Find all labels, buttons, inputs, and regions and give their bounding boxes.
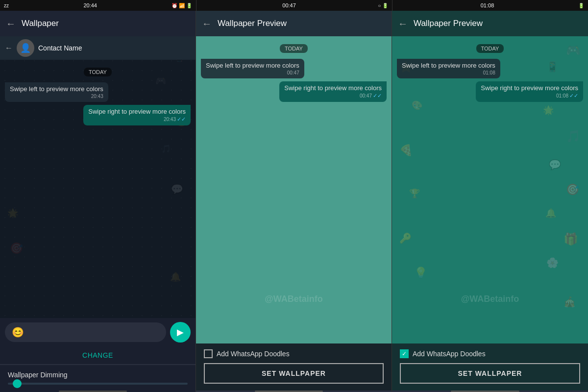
- doodles-checkbox-3[interactable]: ✓ Add WhatsApp Doodles: [400, 349, 580, 358]
- date-badge-3: TODAY: [476, 44, 504, 53]
- checkbox-doodle[interactable]: ✓: [400, 349, 409, 358]
- back-button-3[interactable]: ←: [398, 18, 408, 29]
- di-8: 🔔: [545, 208, 556, 219]
- msg-outgoing-3: Swipe right to preview more colors 01:08…: [476, 81, 583, 102]
- doodles-checkbox-2[interactable]: Add WhatsApp Doodles: [204, 349, 384, 358]
- change-button[interactable]: CHANGE: [0, 346, 196, 364]
- di-6: 💬: [549, 159, 561, 171]
- chat-header: ← 👤 Contact Name: [0, 36, 196, 60]
- doodle-7: 🎯: [10, 242, 23, 255]
- di-14: 🏆: [409, 188, 420, 199]
- preview-messages-2: TODAY Swipe left to preview more colors …: [196, 36, 392, 107]
- checkbox-nodoodle[interactable]: [204, 349, 213, 358]
- di-16: 💡: [414, 267, 427, 279]
- di-5: 🎵: [566, 129, 581, 143]
- check-marks-1: ✓✓: [177, 116, 186, 122]
- status-icons-2: ○ 🔋: [378, 3, 388, 8]
- chat-input-area: 😊 ▶: [0, 318, 196, 346]
- send-button[interactable]: ▶: [170, 322, 191, 343]
- msg-incoming-2: Swipe left to preview more colors 00:47: [201, 59, 304, 78]
- dimming-slider[interactable]: [8, 383, 188, 385]
- status-time-3: 01:08: [481, 2, 494, 8]
- di-9: 🎁: [564, 232, 578, 246]
- chat-back-arrow[interactable]: ←: [5, 44, 13, 52]
- appbar-wallpaper: ← Wallpaper: [0, 11, 196, 36]
- checkmark-icon: ✓: [402, 350, 407, 357]
- panel1-title: Wallpaper: [22, 19, 59, 28]
- appbar-preview-3: ← Wallpaper Preview: [392, 11, 588, 36]
- preview-chat-3: 🎮 📱 😀 🌟 🎵 💬 🎯 🔔 🎁 🌸 ⭐ 🎨 🍕 🏆 🔑 💡 🎪: [392, 36, 588, 343]
- contact-name: Contact Name: [38, 44, 82, 52]
- status-bar-3: 01:08 🔋: [392, 0, 588, 11]
- chat-input-box[interactable]: 😊: [5, 322, 166, 342]
- di-17: 🎪: [564, 296, 576, 308]
- msg-incoming-1: Swipe left to preview more colors 20:43: [5, 82, 108, 102]
- appbar-preview-2: ← Wallpaper Preview: [196, 11, 392, 36]
- send-icon: ▶: [177, 327, 184, 338]
- status-icons-1: ⏰ 📶 🔋: [172, 3, 192, 8]
- panel-wallpaper: ← Wallpaper 📱 🎮 😀 🎵 💬 🌟 🎯 🔔 ←: [0, 11, 196, 392]
- emoji-icon[interactable]: 😊: [12, 326, 24, 338]
- msg-incoming-3: Swipe left to preview more colors 01:08: [397, 59, 500, 78]
- dimming-thumb[interactable]: [13, 379, 22, 388]
- status-bar-1: zz 20:44 ⏰ 📶 🔋: [0, 0, 196, 11]
- preview-bottom-3: ✓ Add WhatsApp Doodles SET WALLPAPER: [392, 343, 588, 391]
- check-marks-2: ✓✓: [373, 93, 382, 99]
- chat-preview-area: 📱 🎮 😀 🎵 💬 🌟 🎯 🔔 ← 👤 Contact Name TODAY: [0, 36, 196, 318]
- preview-chat-2: TODAY Swipe left to preview more colors …: [196, 36, 392, 343]
- status-time-1: 20:44: [83, 2, 97, 8]
- panels: ← Wallpaper 📱 🎮 😀 🎵 💬 🌟 🎯 🔔 ←: [0, 11, 588, 392]
- set-wallpaper-btn-2[interactable]: SET WALLPAPER: [204, 363, 384, 384]
- chat-messages: TODAY Swipe left to preview more colors …: [0, 60, 196, 130]
- panel-preview-doodle: ← Wallpaper Preview 🎮 📱 😀 🌟 🎵 💬 🎯 🔔 🎁 🌸 …: [392, 11, 588, 392]
- status-time-2: 00:47: [282, 2, 296, 8]
- doodle-5: 💬: [171, 183, 183, 195]
- doodles-label-2: Add WhatsApp Doodles: [217, 350, 290, 358]
- panel2-title: Wallpaper Preview: [218, 19, 287, 28]
- contact-avatar: 👤: [17, 39, 34, 57]
- status-left-1: zz: [4, 3, 9, 8]
- msg-outgoing-2: Swipe right to preview more colors 00:47…: [279, 81, 387, 102]
- doodle-4: 🎵: [161, 144, 171, 153]
- status-bar-2: 00:47 ○ 🔋: [196, 0, 392, 11]
- set-wallpaper-btn-3[interactable]: SET WALLPAPER: [400, 363, 580, 384]
- di-10: 🌸: [546, 257, 559, 269]
- di-15: 🔑: [399, 232, 412, 244]
- di-7: 🎯: [566, 183, 579, 196]
- panel-preview-nodoodle: ← Wallpaper Preview TODAY Swipe left to …: [196, 11, 392, 392]
- doodle-8: 🔔: [170, 271, 181, 282]
- back-button-2[interactable]: ←: [202, 18, 212, 29]
- preview-messages-3: TODAY Swipe left to preview more colors …: [392, 36, 588, 107]
- date-badge-1: TODAY: [84, 68, 112, 76]
- panel3-title: Wallpaper Preview: [414, 19, 483, 28]
- wallpaper-dimming-section: Wallpaper Dimming: [0, 365, 196, 391]
- doodle-6: 🌟: [7, 208, 18, 219]
- preview-bottom-2: Add WhatsApp Doodles SET WALLPAPER: [196, 343, 392, 391]
- date-badge-2: TODAY: [280, 44, 308, 53]
- back-button-1[interactable]: ←: [6, 18, 16, 29]
- doodles-label-3: Add WhatsApp Doodles: [413, 350, 486, 358]
- msg-outgoing-1: Swipe right to preview more colors 20:43…: [83, 105, 191, 125]
- dimming-label: Wallpaper Dimming: [8, 371, 188, 379]
- di-13: 🍕: [399, 144, 413, 157]
- check-marks-3: ✓✓: [569, 93, 578, 99]
- status-icons-3: 🔋: [578, 3, 584, 8]
- status-bars: zz 20:44 ⏰ 📶 🔋 00:47 ○ 🔋 01:08 🔋: [0, 0, 588, 11]
